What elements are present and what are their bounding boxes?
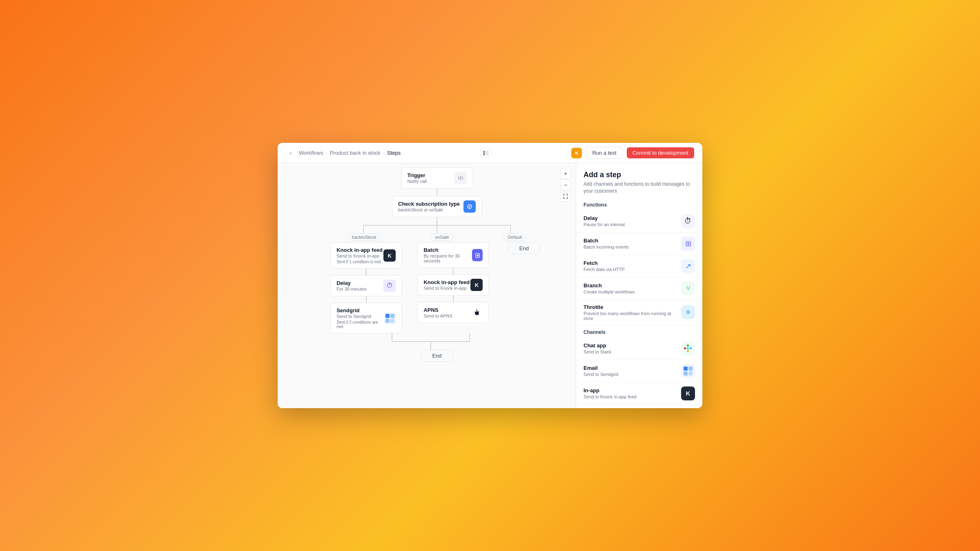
panel-item-email[interactable]: Email Send to Sendgrid <box>576 360 702 382</box>
sendgrid-icon <box>384 312 396 324</box>
breadcrumb-sep-2: › <box>383 150 385 156</box>
panel-item-email-title: Email <box>584 365 618 371</box>
panel-item-fetch[interactable]: Fetch Fetch data via HTTP ↗ <box>576 255 702 278</box>
sendgrid-badge: Sent if 2 conditions are met <box>336 320 384 329</box>
delay-panel-icon: ⏱ <box>681 214 695 228</box>
branch-panel-icon: ⑂ <box>681 282 695 295</box>
sendgrid-node[interactable]: Sendgrid Send to Sendgrid Sent if 2 cond… <box>330 303 402 333</box>
panel-item-branch-sub: Create multiple workflows <box>584 289 635 294</box>
knock-feed-1-title: Knock in-app feed <box>336 247 383 253</box>
check-icon <box>463 200 476 213</box>
knock-feed-2-node[interactable]: Knock in-app feed Send to Knock in-app K <box>417 274 489 295</box>
svg-rect-21 <box>688 367 693 371</box>
batch-subtitle: By recipient for 30 seconds <box>423 253 472 263</box>
panel-item-delay-title: Delay <box>584 215 625 221</box>
panel-title: Add a step <box>584 171 695 179</box>
svg-rect-10 <box>390 319 394 323</box>
panel-item-branch[interactable]: Branch Create multiple workflows ⑂ <box>576 278 702 300</box>
channels-section-label: Channels <box>576 325 702 338</box>
check-subscription-node[interactable]: Check subscription type backInStock or o… <box>392 196 482 217</box>
header-left: ‹ Workflows › Product back in stock › St… <box>286 148 401 158</box>
branch-label-backinstock: backInStock <box>347 233 381 241</box>
panel-item-fetch-sub: Fetch data via HTTP <box>584 267 625 272</box>
apns-node[interactable]: APNS Send to APNS <box>417 302 489 323</box>
zoom-controls: + − <box>560 168 571 202</box>
end-node-final[interactable]: End <box>421 350 453 362</box>
content-area: + − Trigger Notify call <box>278 163 702 408</box>
slack-icon <box>681 342 695 355</box>
panel-item-delay[interactable]: Delay Pause for an interval ⏱ <box>576 210 702 233</box>
commit-button[interactable]: Commit to development <box>627 147 694 158</box>
batch-panel-icon: ⊞ <box>681 237 695 251</box>
panel-item-batch-sub: Batch incoming events <box>584 244 629 249</box>
panel-item-batch-title: Batch <box>584 238 629 244</box>
zoom-in-button[interactable]: + <box>560 168 571 179</box>
knock-feed-2-icon: K <box>470 279 483 291</box>
delay-icon: ⏱ <box>383 280 396 292</box>
sendgrid-subtitle: Send to Sendgrid <box>336 314 384 319</box>
inapp-k-icon: K <box>681 387 695 400</box>
breadcrumb-steps[interactable]: Steps <box>387 150 401 156</box>
fetch-panel-icon: ↗ <box>681 259 695 273</box>
zoom-out-button[interactable]: − <box>560 180 571 190</box>
svg-rect-16 <box>687 347 689 349</box>
knock-feed-1-badge: Sent if 1 condition is met <box>336 260 383 264</box>
panel-item-chat[interactable]: Chat app Send to Slack <box>576 338 702 360</box>
apns-subtitle: Send to APNS <box>423 313 452 318</box>
back-button[interactable]: ‹ <box>286 148 296 158</box>
panel-item-delay-sub: Pause for an interval <box>584 222 625 227</box>
knock-feed-1-subtitle: Send to Knock in-app <box>336 253 383 258</box>
workflow-canvas[interactable]: + − Trigger Notify call <box>278 163 576 408</box>
svg-rect-8 <box>390 314 394 318</box>
branch-label-onsale: onSale <box>430 233 453 241</box>
knock-feed-2-subtitle: Send to Knock in-app <box>423 286 470 291</box>
branch-label-default: Default <box>503 233 526 241</box>
knock-feed-1-icon: K <box>383 249 396 262</box>
run-test-button[interactable]: Run a test <box>586 147 622 159</box>
svg-rect-19 <box>690 347 692 349</box>
panel-item-throttle-sub: Prevent too many workflows from running … <box>584 311 681 321</box>
check-subtitle: backInStock or onSale <box>398 207 460 212</box>
trigger-subtitle: Notify call <box>408 179 427 184</box>
header-right: K Run a test Commit to development <box>571 147 694 159</box>
throttle-panel-icon: ≡ <box>681 305 695 319</box>
svg-rect-17 <box>687 344 689 347</box>
main-window: ‹ Workflows › Product back in stock › St… <box>278 143 702 408</box>
panel-item-chat-sub: Send to Slack <box>584 349 611 354</box>
panel-subtitle: Add channels and functions to build mess… <box>584 181 695 195</box>
breadcrumb-product[interactable]: Product back in stock <box>330 150 381 156</box>
breadcrumb-workflows[interactable]: Workflows <box>299 150 323 156</box>
panel-toggle-button[interactable] <box>480 149 492 158</box>
svg-rect-9 <box>385 319 390 323</box>
panel-item-inapp-sub: Send to Knock in-app feed <box>584 394 637 399</box>
panel-item-throttle[interactable]: Throttle Prevent too many workflows from… <box>576 300 702 325</box>
trigger-node[interactable]: Trigger Notify call <box>401 167 473 189</box>
header-center <box>480 149 492 158</box>
svg-rect-18 <box>687 350 689 352</box>
panel-item-inapp[interactable]: In-app Send to Knock in-app feed K <box>576 382 702 405</box>
knock-feed-1-node[interactable]: Knock in-app feed Send to Knock in-app S… <box>330 242 402 269</box>
knock-feed-2-title: Knock in-app feed <box>423 279 470 285</box>
batch-node[interactable]: Batch By recipient for 30 seconds ⊞ <box>417 242 489 268</box>
batch-title: Batch <box>423 247 472 253</box>
end-node-default[interactable]: End <box>508 242 540 254</box>
svg-rect-7 <box>385 314 390 318</box>
delay-title: Delay <box>336 280 366 286</box>
panel-item-branch-title: Branch <box>584 282 635 289</box>
svg-rect-0 <box>483 151 485 156</box>
apns-title: APNS <box>423 307 452 313</box>
panel-item-batch[interactable]: Batch Batch incoming events ⊞ <box>576 233 702 255</box>
svg-rect-20 <box>684 367 688 371</box>
panel-item-chat-title: Chat app <box>584 342 611 349</box>
sendgrid-title: Sendgrid <box>336 307 384 313</box>
zoom-fit-button[interactable] <box>560 191 571 202</box>
panel-item-email-sub: Send to Sendgrid <box>584 372 618 377</box>
panel-header: Add a step Add channels and functions to… <box>576 163 702 198</box>
check-title: Check subscription type <box>398 201 460 207</box>
svg-rect-15 <box>684 347 686 349</box>
delay-node[interactable]: Delay For 30 minutes ⏱ <box>330 275 402 296</box>
apns-icon <box>470 307 483 319</box>
panel-item-fetch-title: Fetch <box>584 260 625 266</box>
panel-item-inapp-title: In-app <box>584 387 637 393</box>
panel-item-throttle-title: Throttle <box>584 304 681 310</box>
